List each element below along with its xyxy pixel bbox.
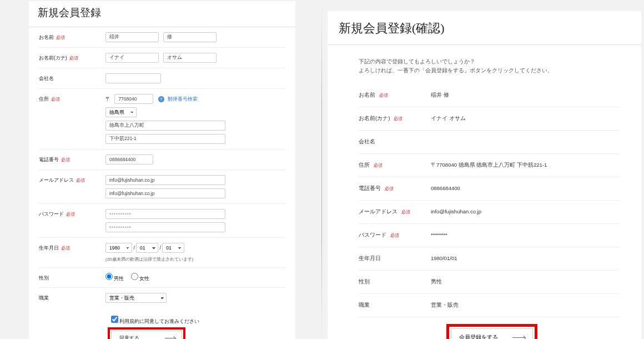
- required-badge: 必須: [56, 35, 65, 40]
- clabel-gender: 性別: [359, 278, 370, 285]
- register-button[interactable]: 会員登録をする: [451, 328, 533, 339]
- zip-search-link[interactable]: 郵便番号検索: [168, 96, 198, 102]
- name-mei-input[interactable]: [163, 32, 217, 42]
- label-birth: 生年月日: [39, 245, 59, 251]
- agree-label: 利用規約に同意してお進みください: [119, 318, 199, 324]
- birth-month-select[interactable]: 01: [136, 243, 158, 253]
- required-badge: 必須: [66, 212, 75, 217]
- kana-sei-input[interactable]: [105, 53, 159, 63]
- required-badge: 必須: [69, 56, 78, 61]
- cval-email: info@fujishuhan.co.jp: [431, 208, 619, 216]
- birth-note: (20歳未満の飲酒は法律で禁止されています): [105, 256, 285, 262]
- required-badge: 必須: [390, 233, 399, 238]
- arrow-right-icon: [165, 338, 175, 338]
- label-name-kana: お名前(カナ): [39, 55, 67, 61]
- password-input[interactable]: [105, 209, 225, 219]
- label-address: 住所: [39, 96, 49, 102]
- cval-password: ********: [431, 232, 619, 239]
- birth-year-select[interactable]: 1980: [105, 243, 132, 253]
- register-form: お名前必須 お名前(カナ)必須 会社名 住所必須: [29, 27, 295, 339]
- gender-male-radio[interactable]: [105, 273, 113, 280]
- page-title: 新規会員登録: [29, 1, 295, 27]
- email-input[interactable]: [105, 175, 225, 185]
- label-gender: 性別: [39, 275, 49, 281]
- clabel-company: 会社名: [359, 138, 375, 144]
- birth-day-select[interactable]: 01: [162, 243, 184, 253]
- address2-input[interactable]: [105, 134, 225, 144]
- required-badge: 必須: [61, 157, 70, 162]
- required-badge: 必須: [76, 178, 85, 183]
- password-confirm-input[interactable]: [105, 222, 225, 232]
- clabel-birth: 生年月日: [359, 255, 381, 261]
- cval-birth: 1980/01/01: [431, 255, 619, 262]
- label-company: 会社名: [39, 76, 54, 81]
- job-select[interactable]: 営業・販売: [105, 293, 167, 303]
- help-icon[interactable]: ?: [158, 96, 164, 102]
- clabel-password: パスワード: [359, 232, 386, 238]
- kana-mei-input[interactable]: [163, 53, 217, 63]
- cval-company: [431, 138, 619, 146]
- label-name: お名前: [39, 34, 54, 40]
- gender-female-radio[interactable]: [131, 273, 138, 280]
- label-phone: 電話番号: [39, 157, 59, 162]
- arrow-right-icon: [512, 337, 525, 338]
- required-badge: 必須: [385, 186, 394, 191]
- label-email: メールアドレス: [39, 177, 74, 183]
- confirm-table: お名前 必須 稲井 修 お名前(カナ) 必須 イナイ オサム 会社名 住所 必須…: [328, 84, 641, 317]
- pref-select[interactable]: 徳島県: [105, 107, 137, 117]
- required-badge: 必須: [379, 93, 388, 98]
- label-job: 職業: [39, 295, 49, 301]
- address1-input[interactable]: [105, 121, 225, 131]
- clabel-phone: 電話番号: [359, 185, 381, 191]
- zip-input[interactable]: [114, 94, 153, 104]
- cval-name: 稲井 修: [431, 92, 619, 99]
- clabel-job: 職業: [359, 302, 370, 308]
- required-badge: 必須: [394, 116, 402, 121]
- cval-address: 〒7708040 徳島県 徳島市上八万町 下中筋221-1: [431, 162, 619, 169]
- clabel-email: メールアドレス: [359, 208, 398, 215]
- cval-job: 営業・販売: [431, 302, 619, 309]
- clabel-name: お名前: [359, 92, 375, 98]
- cval-name-kana: イナイ オサム: [431, 115, 619, 122]
- required-badge: 必須: [61, 246, 70, 251]
- confirm-note: 下記の内容で登録してもよろしいでしょうか？ よろしければ、一番下の「会員登録をす…: [328, 45, 641, 84]
- name-sei-input[interactable]: [105, 32, 159, 42]
- agree-checkbox[interactable]: [111, 316, 118, 323]
- agree-button[interactable]: 同意する: [111, 331, 182, 339]
- clabel-name-kana: お名前(カナ): [359, 115, 390, 121]
- agree-row: 利用規約に同意してお進みください: [39, 308, 285, 331]
- phone-input[interactable]: [105, 154, 153, 164]
- page-title-confirm: 新規会員登録(確認): [328, 11, 641, 45]
- required-badge: 必須: [374, 163, 383, 168]
- required-badge: 必須: [401, 210, 410, 215]
- cval-phone: 0886684400: [431, 185, 619, 192]
- cval-gender: 男性: [431, 278, 619, 286]
- required-badge: 必須: [51, 97, 60, 102]
- label-password: パスワード: [39, 211, 64, 217]
- clabel-address: 住所: [359, 162, 370, 168]
- zip-prefix: 〒: [105, 96, 110, 102]
- email-confirm-input[interactable]: [105, 188, 225, 198]
- company-input[interactable]: [105, 73, 161, 83]
